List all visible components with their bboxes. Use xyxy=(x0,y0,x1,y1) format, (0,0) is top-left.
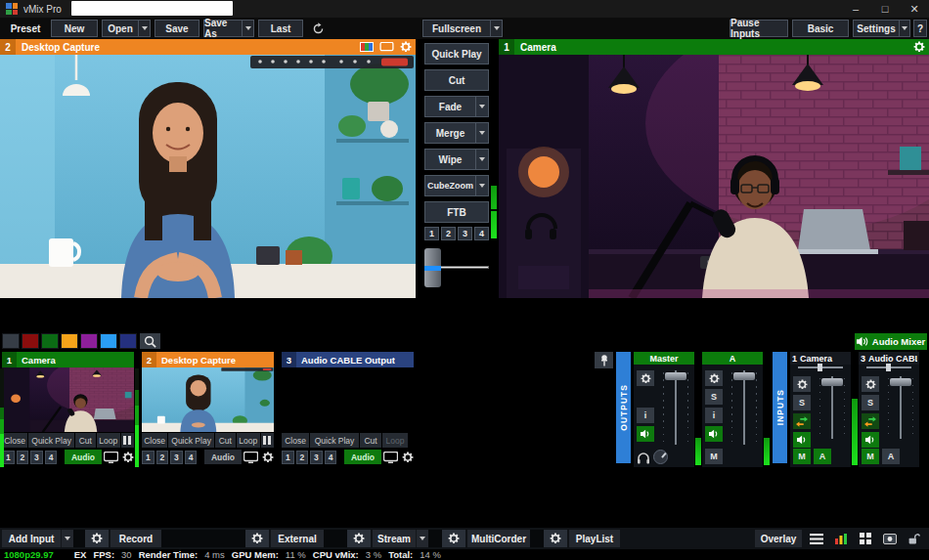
stinger-1-button[interactable]: 1 xyxy=(424,227,439,240)
input-audio-button[interactable]: Audio xyxy=(65,450,101,464)
open-dropdown-button[interactable] xyxy=(138,20,151,37)
overlay-1-button[interactable]: 1 xyxy=(282,451,294,464)
save-as-button[interactable]: Save As xyxy=(203,20,243,37)
swatch-red[interactable] xyxy=(22,333,39,349)
fullscreen-dropdown-button[interactable] xyxy=(490,20,503,37)
speaker-button[interactable] xyxy=(793,432,811,448)
help-button[interactable]: ? xyxy=(913,20,927,37)
swatch-blue[interactable] xyxy=(100,333,117,349)
preview-header[interactable]: 2 Desktop Capture xyxy=(0,39,416,55)
input-cut-button[interactable]: Cut xyxy=(360,433,381,448)
pan-slider[interactable] xyxy=(798,364,843,371)
minimize-button[interactable]: – xyxy=(841,0,870,18)
bus-routing-button[interactable] xyxy=(793,413,811,429)
layers-menu-button[interactable] xyxy=(806,530,826,547)
input-3-thumbnail[interactable] xyxy=(282,367,414,432)
add-input-dropdown-button[interactable] xyxy=(61,530,73,547)
input-settings-button[interactable] xyxy=(121,450,134,464)
overlay-2-button[interactable]: 2 xyxy=(296,451,309,464)
wipe-button[interactable]: Wipe xyxy=(424,149,489,170)
bus-routing-button[interactable] xyxy=(862,413,879,429)
input-cut-button[interactable]: Cut xyxy=(215,433,236,448)
snapshot-button[interactable] xyxy=(879,530,900,547)
master-fader[interactable] xyxy=(661,368,690,445)
overlay-3-button[interactable]: 3 xyxy=(30,451,43,464)
record-button[interactable]: Record xyxy=(111,530,161,547)
gear-icon-button[interactable] xyxy=(637,370,654,386)
fade-button[interactable]: Fade xyxy=(424,96,489,117)
reset-button[interactable] xyxy=(307,20,329,37)
swatch-orange[interactable] xyxy=(61,333,78,349)
cubezoom-dropdown-button[interactable] xyxy=(475,176,488,195)
input-settings-button[interactable] xyxy=(261,450,274,464)
stream-settings-button[interactable] xyxy=(347,530,371,547)
headphone-volume-knob[interactable] xyxy=(653,450,668,464)
settings-dropdown-button[interactable] xyxy=(899,20,910,37)
merge-dropdown-button[interactable] xyxy=(475,123,488,143)
input-loop-button[interactable]: Loop xyxy=(237,433,260,448)
bus-a-button[interactable]: A xyxy=(882,449,900,464)
fader-handle[interactable] xyxy=(665,372,686,380)
input-1-fader[interactable] xyxy=(818,374,847,439)
multicorder-button[interactable]: MultiCorder xyxy=(467,530,530,547)
info-button[interactable]: i xyxy=(637,408,654,423)
settings-button[interactable]: Settings xyxy=(853,20,900,37)
fullscreen-button[interactable]: Fullscreen xyxy=(422,20,491,37)
save-as-dropdown-button[interactable] xyxy=(242,20,254,37)
gear-icon-button[interactable] xyxy=(793,376,811,392)
input-settings-button[interactable] xyxy=(401,450,414,464)
save-button[interactable]: Save xyxy=(155,20,199,37)
gear-icon[interactable] xyxy=(913,41,925,53)
fader-handle[interactable] xyxy=(733,372,755,380)
input-1-header[interactable]: 1 Camera xyxy=(2,352,134,367)
colorbars-icon[interactable] xyxy=(360,42,374,52)
input-loop-button[interactable]: Loop xyxy=(97,433,120,448)
input-2-header[interactable]: 2 Desktop Capture xyxy=(142,352,274,367)
swatch-navy[interactable] xyxy=(119,333,137,349)
wipe-dropdown-button[interactable] xyxy=(475,150,488,169)
preview-video[interactable] xyxy=(0,55,416,298)
quick-play-button[interactable]: Quick Play xyxy=(424,43,489,65)
info-button[interactable]: i xyxy=(705,408,723,423)
swatch-none[interactable] xyxy=(2,333,20,349)
playlist-settings-button[interactable] xyxy=(544,530,567,547)
solo-button[interactable]: S xyxy=(705,389,723,405)
overlay-4-button[interactable]: 4 xyxy=(325,451,337,464)
maximize-button[interactable]: □ xyxy=(870,0,900,18)
speaker-button[interactable] xyxy=(637,426,654,442)
input-pause-button[interactable] xyxy=(261,433,274,448)
stream-button[interactable]: Stream xyxy=(373,530,416,547)
audio-mixer-button[interactable]: Audio Mixer xyxy=(855,333,927,350)
new-button[interactable]: New xyxy=(51,20,98,37)
tbar-handle[interactable] xyxy=(424,248,441,287)
stream-dropdown-button[interactable] xyxy=(416,530,428,547)
overlay-button[interactable]: Overlay xyxy=(755,530,802,547)
add-input-button[interactable]: Add Input xyxy=(2,530,61,547)
bus-a-button[interactable]: A xyxy=(814,449,831,464)
headphones-icon[interactable] xyxy=(637,451,650,464)
input-3-header[interactable]: 3 Audio CABLE Output xyxy=(282,352,414,367)
bus-a-fader[interactable] xyxy=(730,368,759,445)
fullscreen-output-button[interactable] xyxy=(104,450,119,464)
speaker-button[interactable] xyxy=(705,426,723,442)
gear-icon-button[interactable] xyxy=(862,376,879,392)
input-pause-button[interactable] xyxy=(121,433,134,448)
preset-button[interactable]: Preset xyxy=(3,20,48,37)
playlist-button[interactable]: PlayList xyxy=(569,530,620,547)
input-3-fader[interactable] xyxy=(886,374,915,439)
stinger-4-button[interactable]: 4 xyxy=(474,227,489,240)
mute-button[interactable]: M xyxy=(705,449,723,464)
input-audio-button[interactable]: Audio xyxy=(344,450,380,464)
input-loop-button[interactable]: Loop xyxy=(382,433,408,448)
pin-button[interactable] xyxy=(595,352,613,368)
transition-tbar[interactable] xyxy=(424,246,489,289)
overlay-3-button[interactable]: 3 xyxy=(170,451,183,464)
speaker-button[interactable] xyxy=(862,432,879,448)
input-quickplay-button[interactable]: Quick Play xyxy=(168,433,214,448)
overlay-4-button[interactable]: 4 xyxy=(45,451,58,464)
fade-dropdown-button[interactable] xyxy=(475,97,488,116)
input-cut-button[interactable]: Cut xyxy=(75,433,96,448)
overlay-2-button[interactable]: 2 xyxy=(17,451,29,464)
gear-icon[interactable] xyxy=(400,41,412,53)
program-header[interactable]: 1 Camera xyxy=(499,39,929,55)
